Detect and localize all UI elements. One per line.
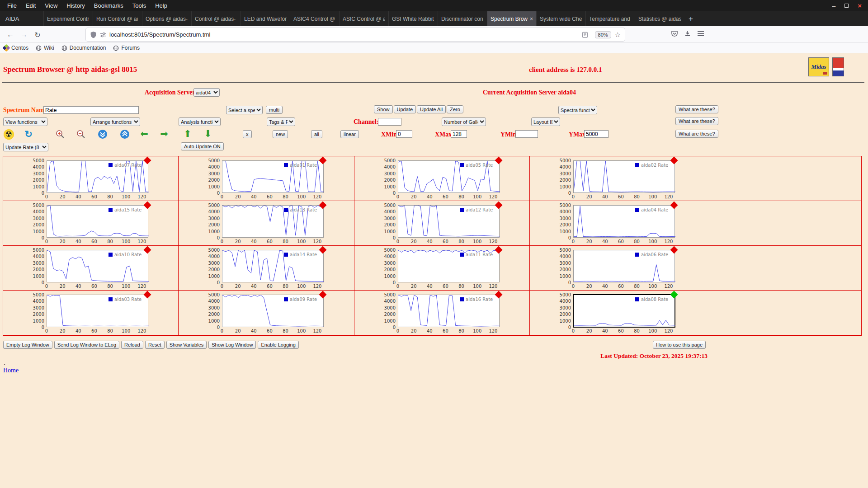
chart-cell-6[interactable]: 010002000300040005000aida13 Rate02040608…	[179, 201, 354, 246]
show-button[interactable]: Show	[374, 105, 393, 113]
chart-cell-4[interactable]: 010002000300040005000aida02 Rate02040608…	[530, 156, 861, 201]
zoom-in-icon[interactable]	[54, 128, 66, 140]
chart-cell-7[interactable]: 010002000300040005000aida12 Rate02040608…	[354, 201, 530, 246]
forward-icon[interactable]: →	[18, 29, 30, 40]
tab-8[interactable]: GSI White Rabbit	[388, 11, 438, 26]
analysis-functions-dropdown[interactable]: Analysis functions	[179, 117, 221, 126]
circle-up-arrow-icon[interactable]	[119, 128, 131, 140]
footer-show-log-window[interactable]: Show Log Window	[208, 341, 256, 349]
what-are-these-button-3[interactable]: What are these?	[675, 130, 718, 138]
chart-cell-16[interactable]: 010002000300040005000aida08 Rate02040608…	[530, 291, 861, 335]
downloads-icon[interactable]	[684, 30, 691, 39]
reload-icon[interactable]: ↻	[32, 29, 43, 40]
chart-cell-11[interactable]: 010002000300040005000aida11 Rate02040608…	[354, 246, 530, 291]
zoom-out-icon[interactable]	[75, 128, 87, 140]
linear-button[interactable]: linear	[340, 130, 359, 138]
url-bar[interactable]: localhost:8015/Spectrum/Spectrum.tml 80%…	[86, 28, 625, 41]
green-up-arrow-icon[interactable]: ⬆	[182, 128, 193, 140]
update-rate-dropdown[interactable]: Update Rate (8 secs)	[3, 143, 48, 151]
site-permissions-icon[interactable]	[100, 32, 106, 38]
circle-down-arrow-icon[interactable]	[97, 128, 108, 140]
footer-empty-log-window[interactable]: Empty Log Window	[3, 341, 52, 349]
menu-help[interactable]: Help	[151, 2, 172, 9]
tab-3[interactable]: Options @ aidas-	[142, 11, 191, 26]
reader-mode-icon[interactable]	[582, 32, 588, 38]
chart-cell-14[interactable]: 010002000300040005000aida09 Rate02040608…	[179, 291, 354, 335]
menu-tools[interactable]: Tools	[128, 2, 151, 9]
maximize-icon[interactable]	[844, 4, 849, 8]
green-down-arrow-icon[interactable]: ⬇	[202, 128, 214, 140]
tags-fits-dropdown[interactable]: Tags & Fits	[267, 117, 295, 126]
ymax-input[interactable]	[584, 130, 609, 138]
green-right-arrow-icon[interactable]: ➡	[158, 128, 170, 140]
footer-reset[interactable]: Reset	[145, 341, 165, 349]
menu-edit[interactable]: Edit	[21, 2, 40, 9]
tab-1[interactable]: Experiment Contr	[43, 11, 93, 26]
hamburger-menu-icon[interactable]	[697, 30, 704, 38]
footer-send-log-window-to-elog[interactable]: Send Log Window to ELog	[54, 341, 119, 349]
back-icon[interactable]: ←	[5, 29, 16, 40]
chart-cell-9[interactable]: 010002000300040005000aida10 Rate02040608…	[3, 246, 179, 291]
chart-cell-2[interactable]: 010002000300040005000aida01 Rate02040608…	[179, 156, 354, 201]
auto-update-button[interactable]: Auto Update ON	[181, 142, 224, 150]
x-button[interactable]: x	[243, 130, 252, 138]
menu-history[interactable]: History	[62, 2, 89, 9]
chart-cell-12[interactable]: 010002000300040005000aida06 Rate02040608…	[530, 246, 861, 291]
channel-input[interactable]	[378, 118, 401, 126]
multi-button[interactable]: multi	[266, 106, 283, 114]
all-button[interactable]: all	[311, 130, 322, 138]
view-functions-dropdown[interactable]: View functions	[3, 117, 47, 126]
chart-cell-1[interactable]: 010002000300040005000aida07 Rate02040608…	[3, 156, 179, 201]
update-all-button[interactable]: Update All	[417, 105, 446, 113]
minimize-icon[interactable]: –	[832, 3, 835, 9]
chart-cell-8[interactable]: 010002000300040005000aida04 Rate02040608…	[530, 201, 861, 246]
zoom-level-badge[interactable]: 80%	[595, 31, 611, 38]
close-icon[interactable]: ×	[858, 2, 862, 9]
radiation-icon[interactable]: ☢	[3, 128, 14, 140]
shield-icon[interactable]	[90, 31, 97, 38]
number-of-galleries-dropdown[interactable]: Number of Galleries	[442, 117, 486, 126]
bookmark-forums[interactable]: Forums	[113, 45, 140, 51]
spectra-functions-dropdown[interactable]: Spectra functions	[558, 106, 597, 114]
spectrum-name-input[interactable]	[43, 106, 139, 114]
bookmark-documentation[interactable]: Documentation	[61, 45, 106, 51]
what-are-these-button-2[interactable]: What are these?	[675, 117, 718, 125]
tab-close-icon[interactable]: ×	[528, 16, 533, 22]
tab-12[interactable]: Temperature and	[585, 11, 635, 26]
new-tab-button[interactable]: +	[684, 11, 698, 26]
home-link[interactable]: Home	[3, 367, 19, 374]
zero-button[interactable]: Zero	[447, 105, 463, 113]
tab-10[interactable]: Spectrum Brow×	[487, 11, 536, 26]
xmax-input[interactable]	[451, 130, 467, 138]
menu-file[interactable]: File	[3, 2, 21, 9]
arrange-functions-dropdown[interactable]: Arrange functions	[90, 117, 140, 126]
new-button[interactable]: new	[273, 130, 288, 138]
footer-reload[interactable]: Reload	[121, 341, 143, 349]
ymin-input[interactable]	[515, 130, 538, 138]
menu-view[interactable]: View	[40, 2, 62, 9]
chart-cell-3[interactable]: 010002000300040005000aida05 Rate02040608…	[354, 156, 530, 201]
footer-enable-logging[interactable]: Enable Logging	[258, 341, 298, 349]
chart-cell-5[interactable]: 010002000300040005000aida15 Rate02040608…	[3, 201, 179, 246]
update-button[interactable]: Update	[394, 105, 416, 113]
green-left-arrow-icon[interactable]: ⬅	[138, 128, 150, 140]
what-are-these-button-1[interactable]: What are these?	[675, 105, 718, 113]
tab-13[interactable]: Statistics @ aidas	[635, 11, 684, 26]
tab-9[interactable]: Discriminator con	[438, 11, 487, 26]
refresh-swirl-icon[interactable]: ↻	[23, 128, 34, 140]
tab-6[interactable]: ASIC4 Control @	[290, 11, 339, 26]
tab-4[interactable]: Control @ aidas-	[191, 11, 241, 26]
tab-11[interactable]: System wide Che	[536, 11, 585, 26]
footer-show-variables[interactable]: Show Variables	[166, 341, 207, 349]
tab-5[interactable]: LED and Wavefor	[241, 11, 290, 26]
bookmark-centos[interactable]: Centos	[4, 45, 28, 51]
bookmark-wiki[interactable]: Wiki	[36, 45, 54, 51]
layout-id-dropdown[interactable]: Layout ID=1	[531, 117, 560, 126]
chart-cell-15[interactable]: 010002000300040005000aida16 Rate02040608…	[354, 291, 530, 335]
acquisition-server-select[interactable]: aida04	[193, 88, 220, 97]
chart-cell-10[interactable]: 010002000300040005000aida14 Rate02040608…	[179, 246, 354, 291]
chart-cell-13[interactable]: 010002000300040005000aida03 Rate02040608…	[3, 291, 179, 335]
tab-2[interactable]: Run Control @ ai	[93, 11, 142, 26]
tab-7[interactable]: ASIC Control @ a	[339, 11, 388, 26]
pocket-icon[interactable]	[671, 30, 678, 39]
